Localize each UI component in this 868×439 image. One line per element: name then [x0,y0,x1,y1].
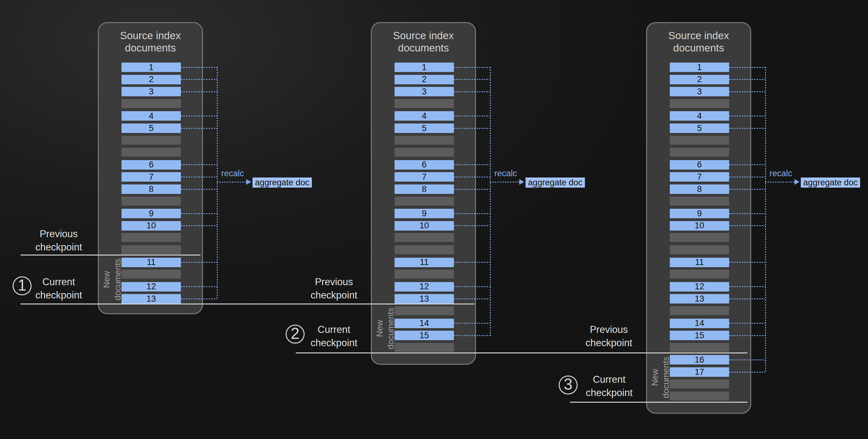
doc-connector-line [181,116,217,117]
doc-bar-10: 10 [122,221,181,231]
previous-checkpoint-label-1: Previouscheckpoint [35,227,82,254]
doc-bar-14: 14 [395,319,454,328]
doc-connector-line [454,225,490,226]
recalc-arrow-line [490,182,520,182]
panel-title: Source indexdocuments [646,29,751,54]
doc-bar-9: 9 [395,209,454,218]
doc-bar-9: 9 [122,209,181,218]
empty-doc-slot [670,380,729,388]
doc-connector-line [181,189,217,190]
doc-connector-line [729,286,765,287]
empty-doc-slot [122,136,181,145]
panel-title-line: Source index [98,29,203,42]
empty-doc-slot [122,270,181,279]
empty-doc-slot [395,197,454,206]
panel-title-line: Source index [371,29,476,42]
new-documents-label-line: documents [661,357,672,398]
checkpoint-label-line: Previous [35,227,82,241]
doc-bar-17: 17 [670,367,729,377]
doc-connector-line [454,189,490,190]
current-checkpoint-label-3: Currentcheckpoint [586,373,632,400]
doc-bar-11: 11 [670,258,729,267]
panel-title-line: documents [371,42,476,54]
doc-connector-line [181,128,217,129]
empty-doc-slot [395,306,454,315]
doc-bar-6: 6 [122,160,181,170]
doc-bar-7: 7 [670,172,729,182]
doc-connector-line [181,67,217,68]
doc-connector-line [729,189,765,190]
doc-bar-4: 4 [395,111,454,121]
new-documents-label-line: New [374,307,385,349]
doc-bar-2: 2 [670,75,729,84]
previous-checkpoint-label-3: Previouscheckpoint [586,323,632,350]
doc-bar-3: 3 [395,87,454,96]
new-documents-label: Newdocuments [101,259,123,300]
recalc-label: recalc [221,169,244,178]
doc-connector-line [729,225,765,226]
checkpoint-label-line: Previous [586,323,632,336]
recalc-label: recalc [770,169,792,178]
collector-line [217,67,218,299]
doc-connector-line [454,298,490,299]
doc-bar-1: 1 [122,62,181,72]
checkpoint-label-line: Previous [311,275,357,289]
doc-connector-line [454,116,490,117]
recalc-arrowhead [519,179,524,185]
empty-doc-slot [670,99,729,108]
doc-bar-12: 12 [122,282,181,292]
empty-doc-slot [670,306,729,315]
empty-doc-slot [670,391,729,401]
doc-bar-11: 11 [122,258,181,267]
new-documents-label: Newdocuments [374,307,397,349]
doc-connector-line [729,359,765,360]
panel-title: Source indexdocuments [371,29,476,54]
doc-connector-line [181,225,217,226]
doc-connector-line [181,91,217,92]
doc-bar-10: 10 [395,221,454,231]
doc-connector-line [181,298,217,299]
doc-connector-line [454,67,490,68]
aggregate-doc-box: aggregate doc [252,177,312,187]
doc-connector-line [729,298,765,299]
empty-doc-slot [395,233,454,242]
checkpoint-label-line: checkpoint [586,386,632,400]
empty-doc-slot [395,270,454,279]
doc-connector-line [181,164,217,165]
doc-bar-8: 8 [670,184,729,194]
doc-bar-16: 16 [670,355,729,364]
empty-doc-slot [670,245,729,254]
checkpoint-label-line: checkpoint [311,289,357,302]
previous-checkpoint-label-2: Previouscheckpoint [311,275,357,302]
doc-connector-line [181,79,217,80]
doc-bar-1: 1 [395,62,454,72]
new-documents-label-line: documents [385,307,397,349]
doc-connector-line [454,91,490,92]
doc-bar-15: 15 [395,331,454,340]
checkpoint-number-badge-2: 2 [286,325,305,344]
checkpoint-number-badge-3: 3 [559,376,578,394]
doc-bar-14: 14 [670,319,729,328]
doc-connector-line [454,262,490,263]
doc-bar-4: 4 [670,111,729,121]
new-documents-label-line: New [101,259,112,300]
doc-connector-line [454,79,490,80]
empty-doc-slot [670,197,729,206]
empty-doc-slot [670,270,729,279]
doc-connector-line [181,177,217,177]
panel-title-line: Source index [646,29,751,42]
aggregate-doc-box: aggregate doc [526,177,585,187]
doc-bar-5: 5 [122,123,181,133]
checkpoint-label-line: checkpoint [35,289,82,302]
recalc-label: recalc [494,169,517,178]
doc-connector-line [454,213,490,214]
doc-connector-line [729,213,765,214]
empty-doc-slot [670,148,729,157]
doc-bar-2: 2 [122,75,181,84]
checkpoint-label-line: checkpoint [311,336,357,350]
empty-doc-slot [122,197,181,206]
recalc-arrow-line [765,182,795,182]
doc-connector-line [729,116,765,117]
doc-connector-line [729,372,765,373]
doc-bar-13: 13 [122,294,181,303]
